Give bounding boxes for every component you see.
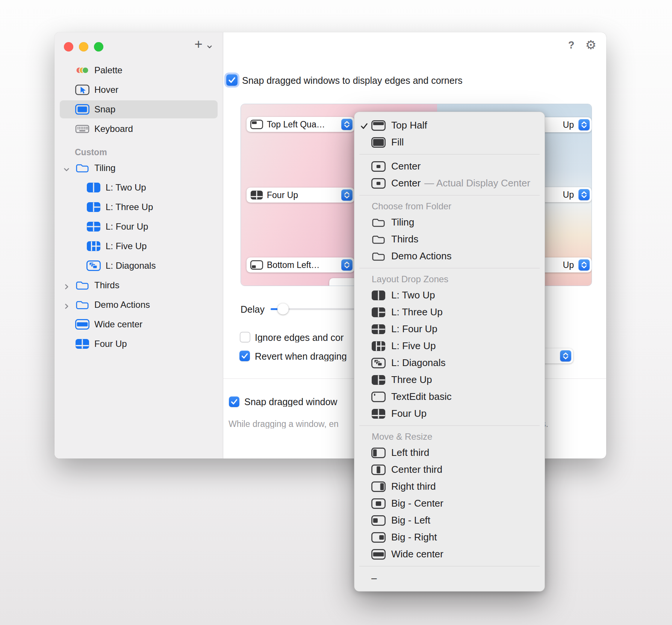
sidebar-item-hover[interactable]: Hover (54, 80, 223, 100)
stepper-icon[interactable] (578, 189, 590, 200)
stepper-icon[interactable] (341, 259, 353, 271)
sidebar-item-palette[interactable]: Palette (54, 61, 223, 80)
menu-item-center-third[interactable]: Center third (354, 461, 545, 478)
sidebar-item-l-four-up[interactable]: L: Four Up (54, 217, 223, 236)
sidebar-item-wide-center[interactable]: Wide center (54, 315, 223, 334)
menu-item-l-two-up[interactable]: L: Two Up (354, 287, 545, 304)
big-left-icon (371, 515, 386, 526)
sidebar-item-label: Palette (94, 65, 123, 76)
folder-icon (371, 251, 386, 262)
center-icon (371, 161, 386, 172)
menu-item-thirds[interactable]: Thirds (354, 231, 545, 248)
disclosure-down-icon[interactable] (63, 165, 70, 171)
menu-item-l-five-up[interactable]: L: Five Up (354, 337, 545, 354)
three-up-icon (371, 375, 386, 385)
menu-item-big-left[interactable]: Big - Left (354, 512, 545, 529)
menu-item-label: Center third (391, 464, 442, 475)
disclosure-right-icon[interactable] (63, 301, 70, 308)
textedit-icon (371, 392, 386, 402)
sidebar-item-snap[interactable]: Snap (54, 100, 223, 119)
disclosure-right-icon[interactable] (63, 282, 70, 289)
menu-item-demo-actions[interactable]: Demo Actions (354, 248, 545, 265)
menu-separator (359, 154, 540, 154)
stepper-icon[interactable] (560, 350, 571, 362)
dropdown-value: Bottom Left… (267, 260, 341, 270)
menu-item-fill[interactable]: Fill (354, 134, 545, 151)
menu-item-textedit-basic[interactable]: TextEdit basic (354, 388, 545, 405)
menu-item-center[interactable]: Center— Actual Display Center (354, 175, 545, 192)
menu-item-four-up[interactable]: Four Up (354, 405, 545, 422)
ignore-edges-checkbox[interactable] (240, 332, 250, 342)
center-icon (371, 178, 386, 189)
four-up-icon (250, 190, 263, 200)
dropdown-value: Up (563, 260, 574, 270)
sidebar-item-l-five-up[interactable]: L: Five Up (54, 236, 223, 256)
menu-item-label: Big - Left (391, 515, 430, 526)
menu-item-l-four-up[interactable]: L: Four Up (354, 321, 545, 337)
menu-item-wide-center[interactable]: Wide center (354, 546, 545, 563)
five-up-icon (86, 241, 101, 251)
menu-item-label: Four Up (391, 408, 427, 419)
menu-item-left-third[interactable]: Left third (354, 444, 545, 461)
menu-section-header: Layout Drop Zones (354, 272, 545, 287)
stepper-icon[interactable] (341, 189, 353, 201)
menu-item-three-up[interactable]: Three Up (354, 371, 545, 388)
stepper-icon[interactable] (578, 259, 590, 271)
sidebar-item-label: L: Diagonals (106, 260, 156, 271)
menu-item-label: Left third (391, 447, 429, 459)
dropdown-value: Four Up (267, 190, 341, 200)
stepper-icon[interactable] (341, 119, 353, 130)
left-third-icon (371, 448, 386, 458)
dropzone-dropdown-four-up[interactable]: Four Up (247, 188, 354, 203)
menu-item-big-right[interactable]: Big - Right (354, 529, 545, 546)
menu-item-right-third[interactable]: Right third (354, 478, 545, 495)
dropdown-value: Up (563, 120, 574, 130)
menu-item-top-half[interactable]: Top Half (354, 117, 545, 134)
menu-item-suffix: — Actual Display Center (424, 177, 530, 189)
snap-windows-checkbox[interactable] (229, 396, 239, 407)
snap-windows-label: Snap dragged window (244, 397, 354, 407)
menu-item-tiling[interactable]: Tiling (354, 214, 545, 231)
big-center-icon (371, 498, 386, 509)
menu-item-center[interactable]: Center (354, 158, 545, 175)
sidebar-item-label: Keyboard (94, 124, 133, 134)
sidebar: + PaletteHoverSnapKeyboardCustomTilingL:… (54, 32, 223, 459)
menu-item-item[interactable]: – (354, 570, 545, 587)
gear-icon[interactable] (584, 39, 597, 51)
hover-icon (75, 85, 89, 95)
dropdown-value: Top Left Qua… (267, 120, 341, 130)
revert-dragging-checkbox[interactable] (239, 351, 250, 361)
minimize-button[interactable] (79, 42, 88, 51)
sidebar-item-label: Hover (94, 85, 118, 95)
add-chevron-icon[interactable] (206, 44, 213, 50)
snap-displays-label: Snap dragged windows to display edges an… (242, 75, 463, 86)
sidebar-item-tiling[interactable]: Tiling (54, 158, 223, 178)
bottom-left-icon (250, 260, 263, 270)
snap-displays-checkbox[interactable] (226, 74, 238, 86)
delay-slider-knob[interactable] (277, 303, 289, 315)
add-action-button[interactable]: + (193, 38, 204, 51)
sidebar-item-l-three-up[interactable]: L: Three Up (54, 197, 223, 217)
menu-item-l-three-up[interactable]: L: Three Up (354, 304, 545, 321)
menu-item-big-center[interactable]: Big - Center (354, 495, 545, 512)
sidebar-item-thirds[interactable]: Thirds (54, 275, 223, 295)
folder-icon (371, 217, 386, 228)
help-button[interactable]: ? (566, 39, 577, 51)
menu-item-l-diagonals[interactable]: L: Diagonals (354, 354, 545, 371)
sidebar-item-label: L: Three Up (106, 202, 153, 212)
stepper-icon[interactable] (578, 119, 590, 130)
sidebar-item-l-two-up[interactable]: L: Two Up (54, 178, 223, 197)
four-up-grid-icon (86, 221, 101, 232)
sidebar-item-demo-actions[interactable]: Demo Actions (54, 295, 223, 315)
sidebar-item-l-diagonals[interactable]: L: Diagonals (54, 256, 223, 275)
menu-section-header: Move & Resize (354, 429, 545, 444)
dropzone-dropdown-top-left-qua[interactable]: Top Left Qua… (247, 117, 354, 132)
folder-icon (75, 280, 89, 291)
menu-section-header: Choose from Folder (354, 199, 545, 214)
close-button[interactable] (64, 42, 73, 51)
dropzone-dropdown-bottom-left[interactable]: Bottom Left… (247, 257, 354, 272)
wide-center-icon (75, 319, 89, 330)
sidebar-item-keyboard[interactable]: Keyboard (54, 119, 223, 139)
sidebar-item-four-up[interactable]: Four Up (54, 334, 223, 354)
zoom-button[interactable] (94, 42, 103, 51)
